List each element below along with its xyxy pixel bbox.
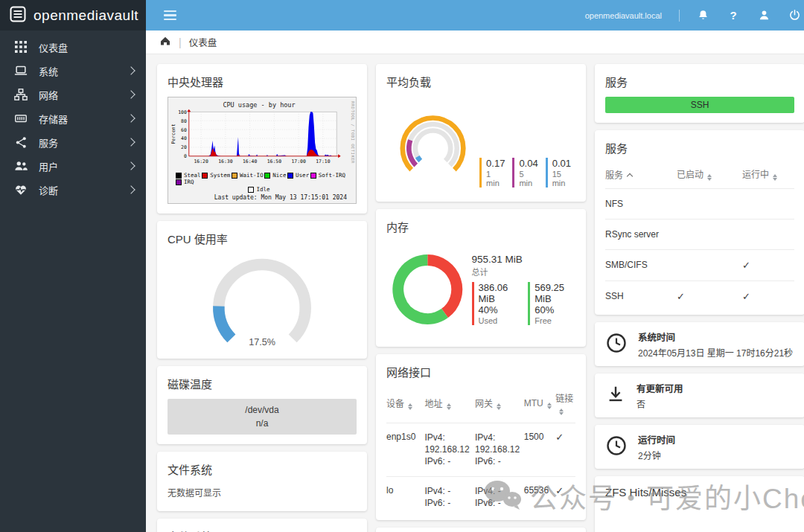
logo: openmediavault xyxy=(0,0,146,31)
help-icon[interactable]: ? xyxy=(726,8,741,23)
column-header-enabled[interactable]: 已启动 xyxy=(677,167,742,181)
info-value: 2024年05月13日 星期一 17时16分21秒 xyxy=(638,346,793,359)
grid-icon xyxy=(13,39,28,54)
column-header-gateway[interactable]: 网关 xyxy=(475,397,524,410)
cell-address: IPv4: - IPv6: - xyxy=(425,485,476,509)
rrd-last-update: Last update: Mon May 13 17:15:01 2024 xyxy=(170,194,347,201)
table-header: 设备 地址 网关 MTU 链接 xyxy=(386,387,575,423)
cell-service: NFS xyxy=(605,199,677,209)
hostname: openmediavault.local xyxy=(585,11,662,20)
card-title: 网络接口 xyxy=(386,364,575,379)
breadcrumb-current[interactable]: 仪表盘 xyxy=(189,35,217,49)
load-metric-1min: 0.17 1 min xyxy=(479,158,505,188)
sidebar-item-dashboard[interactable]: 仪表盘 xyxy=(0,35,146,59)
card-title: 中央处理器 xyxy=(168,74,357,89)
column-header-address[interactable]: 地址 xyxy=(425,397,476,410)
share-icon xyxy=(13,135,28,150)
card-disk-temperature: 磁碟温度 /dev/vda n/a xyxy=(157,366,367,444)
sort-asc-icon xyxy=(627,173,633,179)
card-memory: 内存 955.31 MiB 总计 386.06 MiB xyxy=(376,209,586,347)
sort-icon xyxy=(447,403,451,410)
heartbeat-icon xyxy=(13,182,28,197)
cell-gateway: IPv4: - IPv6: - xyxy=(475,485,524,509)
empty-message: 无数据可显示 xyxy=(168,484,357,501)
cell-running xyxy=(742,229,794,240)
cell-device: lo xyxy=(386,485,425,509)
rrd-legend: Steal System Wait-IO Nice User Soft-IRQ … xyxy=(170,171,348,185)
card-load-average: 平均负载 0.17 1 min xyxy=(376,64,586,202)
cpu-usage-gauge: 17.5% xyxy=(189,254,335,349)
svg-text:0: 0 xyxy=(184,153,187,159)
memory-used: 386.06 MiB 40% Used xyxy=(472,282,520,325)
disk-device: /dev/vda xyxy=(168,403,357,417)
svg-text:Percent: Percent xyxy=(170,124,176,144)
svg-text:60: 60 xyxy=(181,127,187,133)
clock-icon xyxy=(605,332,628,357)
zfs-legend: 0 总计 0 0% Hits 0 0% Misses xyxy=(605,506,794,532)
svg-text:16:50: 16:50 xyxy=(267,158,282,164)
column-1: 中央处理器 CPU usage - by hour xyxy=(157,64,367,532)
memory-donut xyxy=(386,242,469,337)
user-icon[interactable] xyxy=(756,8,771,23)
card-cpu-history: 中央处理器 CPU usage - by hour xyxy=(157,64,367,214)
check-icon: ✓ xyxy=(555,432,575,468)
card-title: 内存 xyxy=(386,219,575,234)
check-icon: ✓ xyxy=(555,485,575,509)
storage-icon xyxy=(13,111,28,126)
disk-temp-value: n/a xyxy=(168,417,357,430)
card-title: CPU 使用率 xyxy=(168,231,357,246)
memory-total-value: 955.31 MiB xyxy=(472,254,575,265)
download-icon xyxy=(605,384,626,408)
chevron-right-icon xyxy=(127,138,135,146)
table-header: 服务 已启动 运行中 xyxy=(605,163,794,188)
home-icon[interactable] xyxy=(159,35,171,50)
column-header-link[interactable]: 链接 xyxy=(555,391,575,415)
cell-device: enp1s0 xyxy=(386,432,425,468)
sidebar-item-services[interactable]: 服务 xyxy=(0,130,146,154)
table-row: SMB/CIFS ✓ xyxy=(605,249,794,281)
cell-service: SSH xyxy=(605,291,677,302)
info-title: 系统时间 xyxy=(638,330,793,344)
card-title: 文件系统 xyxy=(168,528,357,532)
sidebar-item-storage[interactable]: 存储器 xyxy=(0,106,146,130)
card-network-interfaces-table: 网络接口 设备 地址 网关 MTU 链接 enp1s0 IPv4: 192.16… xyxy=(376,354,586,520)
sort-icon xyxy=(547,403,552,409)
rrd-graph: CPU usage - by hour xyxy=(168,97,357,204)
column-header-mtu[interactable]: MTU xyxy=(524,398,556,409)
card-title: 磁碟温度 xyxy=(168,376,357,391)
card-filesystems-usage: 文件系统 无数据可显示 xyxy=(157,452,367,511)
column-3: 服务 SSH 服务 服务 已启动 运行中 NFS xyxy=(595,64,804,532)
load-metric-5min: 0.04 5 min xyxy=(512,158,537,188)
load-average-gauge xyxy=(386,97,479,192)
legend-swatch xyxy=(232,173,237,179)
column-header-device[interactable]: 设备 xyxy=(386,397,425,410)
legend-swatch xyxy=(310,173,316,179)
sidebar-item-network[interactable]: 网络 xyxy=(0,83,146,106)
cell-mtu: 1500 xyxy=(524,432,556,468)
info-title: 运行时间 xyxy=(638,432,675,446)
breadcrumb-divider: | xyxy=(179,36,182,48)
sidebar-nav: 仪表盘 系统 网络 xyxy=(0,31,146,202)
cell-mtu: 65536 xyxy=(524,485,556,509)
sidebar-item-system[interactable]: 系统 xyxy=(0,59,146,83)
cell-enabled: ✓ xyxy=(677,291,742,302)
hamburger-icon[interactable] xyxy=(164,10,176,20)
sidebar-item-diagnostics[interactable]: 诊断 xyxy=(0,178,146,202)
cell-enabled xyxy=(677,229,742,240)
sidebar-item-users[interactable]: 用户 xyxy=(0,154,146,178)
info-value: 2分钟 xyxy=(638,449,675,461)
load-metric-15min: 0.01 15 min xyxy=(546,158,571,188)
table-row: SSH ✓ ✓ xyxy=(605,281,794,312)
topbar: openmediavault.local ? xyxy=(146,0,804,31)
card-system-time: 系统时间 2024年05月13日 星期一 17时16分21秒 xyxy=(595,322,804,366)
table-row: NFS xyxy=(605,188,794,219)
card-updates-available: 有更新可用 否 xyxy=(595,374,804,417)
bell-icon[interactable] xyxy=(695,8,710,23)
cell-enabled xyxy=(677,260,742,271)
column-header-service[interactable]: 服务 xyxy=(605,168,677,181)
column-header-running[interactable]: 运行中 xyxy=(742,167,794,181)
card-title: ZFS Hits/Misses xyxy=(605,486,794,499)
svg-text:17:10: 17:10 xyxy=(316,158,331,164)
sidebar-item-label: 用户 xyxy=(39,159,128,173)
power-icon[interactable] xyxy=(787,8,802,23)
